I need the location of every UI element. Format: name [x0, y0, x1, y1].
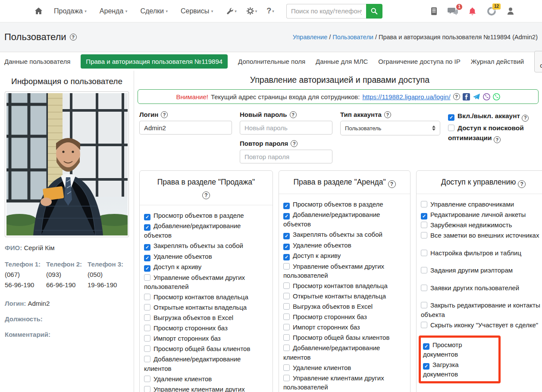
user-info-panel: Информация о пользователе [0, 71, 134, 392]
help-circle-icon[interactable]: ? [202, 191, 210, 199]
login-page-link[interactable]: https://119882.ligapro.ua/login/ [363, 93, 451, 100]
help-circle-icon[interactable]: ? [291, 140, 298, 147]
phone-code: (093) [46, 271, 61, 278]
checkbox-unchecked[interactable] [283, 345, 290, 351]
checkbox-unchecked[interactable] [144, 314, 150, 321]
tab-0[interactable]: Данные пользователя [4, 58, 70, 65]
help-circle-icon[interactable]: ? [522, 115, 529, 122]
telegram-icon[interactable] [473, 93, 480, 100]
help-circle-icon[interactable]: ? [384, 111, 391, 118]
checkbox-unchecked[interactable] [283, 364, 290, 371]
checkbox-unchecked[interactable] [421, 250, 427, 256]
home-icon[interactable] [34, 7, 43, 15]
checkbox-unchecked[interactable] [283, 375, 290, 381]
checkbox-checked[interactable] [283, 203, 290, 209]
checkbox-unchecked[interactable] [144, 335, 150, 342]
checkbox-unchecked[interactable] [283, 334, 290, 341]
checkbox-unchecked[interactable] [283, 282, 290, 289]
gear-icon[interactable]: ▾ [246, 7, 257, 15]
checkbox-unchecked[interactable] [448, 125, 454, 131]
checkbox-unchecked[interactable] [144, 376, 150, 382]
new-password-field[interactable] [240, 121, 332, 135]
bell-icon[interactable] [468, 7, 476, 16]
tab-3[interactable]: Данные для МЛС [316, 58, 368, 65]
permission-label: Просмотр объектов в разделе [154, 212, 244, 219]
checkbox-unchecked[interactable] [421, 285, 427, 291]
help-circle-icon[interactable]: ? [518, 180, 526, 188]
help-circle-icon[interactable]: ? [453, 93, 460, 100]
tab-5[interactable]: Журнал действий [471, 58, 524, 65]
breadcrumb-item[interactable]: Управление [293, 34, 328, 41]
checkbox-checked[interactable] [283, 213, 290, 220]
checkbox-checked[interactable] [423, 343, 429, 350]
toggle-1: Доступ к поисковой оптимизации ? [448, 123, 539, 144]
search-input[interactable] [286, 4, 366, 19]
checkbox-checked[interactable] [423, 363, 429, 370]
coin-icon[interactable]: 12 [487, 6, 496, 16]
checkbox-unchecked[interactable] [144, 274, 150, 281]
wrench-icon[interactable]: ▾ [226, 7, 237, 15]
nav-menu-0[interactable]: Продажа ▾ [54, 7, 87, 15]
permission-item: Управление объектами других пользователе… [283, 262, 406, 280]
permission-label: Удаление объектов [154, 253, 212, 260]
permission-item: Выгрузка объектов в Excel [144, 313, 268, 323]
checkbox-checked[interactable] [144, 265, 150, 272]
help-circle-icon[interactable]: ? [70, 34, 77, 41]
checkbox-unchecked[interactable] [421, 322, 427, 328]
checkbox-checked[interactable] [448, 114, 454, 121]
checkbox-unchecked[interactable] [144, 294, 150, 300]
account-type-select[interactable]: Пользователь [340, 121, 440, 135]
checkbox-checked[interactable] [283, 254, 290, 260]
permission-item: Закрыть редактирование и контакты объект… [421, 301, 542, 319]
permission-label: Просмотр сторонних баз [293, 313, 367, 320]
breadcrumb-item[interactable]: Пользователи [332, 34, 373, 41]
nav-menu-2[interactable]: Сделки ▾ [140, 7, 168, 15]
login-field[interactable] [139, 121, 232, 135]
checkbox-checked[interactable] [144, 224, 150, 231]
permission-item: Удаление объектов [283, 241, 406, 250]
checkbox-checked[interactable] [144, 255, 150, 261]
search-button[interactable] [366, 4, 382, 19]
facebook-icon[interactable] [463, 93, 470, 100]
checkbox-checked[interactable] [421, 213, 427, 220]
checkbox-unchecked[interactable] [144, 325, 150, 331]
whatsapp-icon[interactable] [493, 93, 500, 100]
checkbox-unchecked[interactable] [421, 222, 427, 228]
checkbox-unchecked[interactable] [144, 345, 150, 352]
chat-icon[interactable]: 1 [448, 7, 458, 16]
checkbox-unchecked[interactable] [144, 356, 150, 362]
checkbox-unchecked[interactable] [283, 303, 290, 310]
checkbox-unchecked[interactable] [421, 302, 427, 308]
journal-icon[interactable] [431, 7, 437, 16]
checkbox-unchecked[interactable] [283, 263, 290, 270]
tab-4[interactable]: Ограничение доступа по IP [378, 58, 460, 65]
checkbox-checked[interactable] [144, 214, 150, 220]
checkbox-unchecked[interactable] [283, 293, 290, 299]
repeat-password-field[interactable] [240, 150, 332, 163]
help-circle-icon[interactable]: ? [161, 111, 168, 118]
help-menu-icon[interactable]: ? ▾ [266, 6, 274, 16]
checkbox-unchecked[interactable] [144, 304, 150, 310]
checkbox-unchecked[interactable] [421, 267, 427, 273]
checkbox-unchecked[interactable] [144, 386, 150, 392]
checkbox-unchecked[interactable] [283, 314, 290, 320]
viber-icon[interactable] [483, 93, 490, 100]
checkbox-checked[interactable] [144, 244, 150, 251]
nav-menu-3[interactable]: Сервисы ▾ [181, 7, 213, 15]
checkbox-unchecked[interactable] [421, 232, 427, 238]
tab-2[interactable]: Дополнительные поля [238, 58, 305, 65]
phone-label: Телефон 1: [5, 259, 46, 270]
permission-label: Закреплять объекты за собой [154, 242, 243, 249]
help-circle-icon[interactable]: ? [388, 180, 396, 188]
checkbox-unchecked[interactable] [421, 201, 427, 207]
nav-menu-1[interactable]: Аренда ▾ [100, 7, 128, 15]
help-circle-icon[interactable]: ? [494, 136, 501, 143]
permission-item: Редактирование личной анкеты [421, 210, 542, 220]
checkbox-unchecked[interactable] [283, 324, 290, 330]
checkbox-checked[interactable] [283, 244, 290, 250]
user-profile-icon[interactable] [507, 7, 514, 16]
help-circle-icon[interactable]: ? [290, 111, 297, 118]
back-to-list-button[interactable]: « К списку [534, 51, 542, 72]
checkbox-checked[interactable] [283, 233, 290, 239]
tab-1[interactable]: Права и авторизация пользователя №119894 [81, 54, 228, 69]
